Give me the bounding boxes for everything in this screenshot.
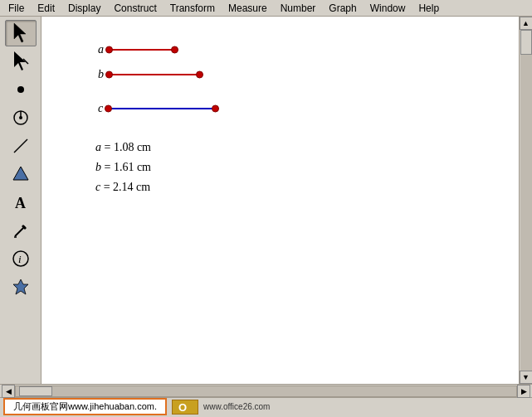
marker-tool[interactable] (5, 217, 37, 244)
main-container: A i a (0, 17, 532, 384)
menu-construct[interactable]: Construct (107, 2, 163, 15)
segment-a-line (109, 45, 175, 55)
svg-text:O: O (178, 401, 187, 414)
segment-b-body (109, 74, 200, 75)
segment-c-right-point (212, 105, 219, 113)
scroll-left-button[interactable]: ◀ (2, 385, 15, 398)
hand-tool[interactable] (5, 274, 37, 300)
svg-point-4 (17, 86, 24, 93)
segment-b-label: b (98, 68, 104, 81)
segment-b-left-point (105, 71, 113, 79)
scroll-down-button[interactable]: ▼ (520, 371, 533, 384)
svg-marker-0 (14, 23, 26, 42)
scroll-track-bottom[interactable] (15, 385, 517, 397)
scrollbar-right: ▲ ▼ (519, 17, 532, 384)
segment-a-left-point (105, 46, 113, 54)
menu-transform[interactable]: Transform (164, 2, 222, 15)
segment-b-line (109, 70, 200, 80)
segment-a-right-point (171, 46, 178, 54)
segment-a-container: a (98, 43, 175, 56)
scroll-track-right[interactable] (520, 30, 532, 371)
measurement-c-value: = 2.14 cm (100, 181, 150, 193)
scroll-thumb-right[interactable] (520, 30, 532, 55)
website-label: 几何画板官网www.jihehuaban.com. (3, 398, 167, 415)
scrollbar-bottom: ◀ ▶ (0, 384, 532, 397)
segment-b-right-point (196, 71, 203, 79)
menu-help[interactable]: Help (412, 2, 446, 15)
measurement-c: c = 2.14 cm (95, 181, 150, 194)
measurement-b: b = 1.61 cm (95, 161, 151, 174)
menu-number[interactable]: Number (274, 2, 323, 15)
menu-measure[interactable]: Measure (222, 2, 274, 15)
point-tool[interactable] (5, 76, 37, 103)
office-logo: O (172, 400, 198, 415)
svg-text:A: A (15, 195, 26, 211)
polygon-tool[interactable] (5, 161, 37, 187)
status-bar: 几何画板官网www.jihehuaban.com. O www.office26… (0, 397, 532, 415)
menu-display[interactable]: Display (61, 2, 107, 15)
scroll-up-button[interactable]: ▲ (520, 17, 533, 30)
menu-file[interactable]: File (2, 2, 31, 15)
line-tool[interactable] (5, 133, 37, 159)
segment-c-line (108, 104, 216, 114)
measurement-a-label: a (95, 141, 101, 153)
toolbar: A i (0, 17, 41, 384)
segment-c-label: c (98, 102, 103, 115)
arrow-tool[interactable] (5, 48, 37, 75)
scroll-thumb-bottom[interactable] (19, 386, 52, 396)
segment-c-container: c (98, 102, 216, 115)
menu-window[interactable]: Window (364, 2, 412, 15)
segment-c-left-point (105, 105, 112, 113)
measurement-a: a = 1.08 cm (95, 141, 151, 154)
segment-a-body (109, 49, 175, 51)
svg-line-8 (14, 139, 27, 153)
segment-a-label: a (98, 43, 104, 56)
measurement-b-label: b (95, 161, 101, 173)
menu-edit[interactable]: Edit (31, 2, 61, 15)
svg-marker-16 (13, 279, 28, 294)
compass-tool[interactable] (5, 104, 37, 131)
select-tool[interactable] (5, 20, 37, 46)
info-tool[interactable]: i (5, 245, 37, 272)
canvas-area[interactable]: a b c a = 1 (41, 17, 519, 384)
menu-graph[interactable]: Graph (322, 2, 363, 15)
svg-point-7 (19, 116, 22, 119)
office-website: www.office26.com (203, 402, 270, 411)
measurement-a-value: = 1.08 cm (101, 141, 151, 153)
svg-text:i: i (18, 253, 22, 265)
segment-b-container: b (98, 68, 200, 81)
svg-marker-2 (14, 51, 26, 70)
segment-c-body (108, 108, 216, 109)
svg-marker-9 (13, 167, 28, 180)
scroll-right-button[interactable]: ▶ (517, 385, 530, 398)
measurement-b-value: = 1.61 cm (101, 161, 151, 173)
menu-bar: File Edit Display Construct Transform Me… (0, 0, 532, 17)
text-tool[interactable]: A (5, 189, 37, 216)
